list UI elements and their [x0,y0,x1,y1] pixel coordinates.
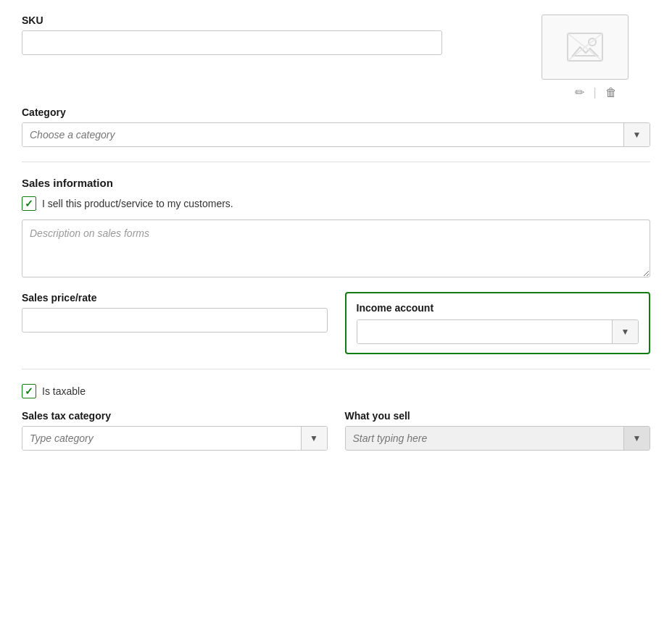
sku-input[interactable] [22,30,442,55]
sell-checkbox-row: ✓ I sell this product/service to my cust… [22,196,650,211]
description-textarea[interactable] [22,219,650,277]
sales-tax-category-select-wrapper: ▼ [22,426,328,451]
taxable-label: Is taxable [42,385,86,397]
price-income-row: Sales price/rate Income account Services… [22,292,650,354]
chevron-down-icon: ▼ [633,130,642,140]
income-account-select-wrapper: Services ▼ [357,319,639,344]
taxable-section: ✓ Is taxable Sales tax category ▼ What y… [22,384,650,451]
income-account-wrapper: Income account Services ▼ [345,292,651,354]
tax-category-row: Sales tax category ▼ What you sell ▼ [22,410,650,451]
checkmark-icon: ✓ [25,198,33,209]
sales-information-section: Sales information ✓ I sell this product/… [22,177,650,280]
taxable-checkbox-row: ✓ Is taxable [22,384,650,398]
edit-icon: ✏ [575,86,584,99]
what-you-sell-label: What you sell [345,410,651,422]
income-account-input[interactable]: Services [357,320,613,343]
category-dropdown-button[interactable]: ▼ [623,123,650,146]
trash-icon: 🗑 [605,86,617,99]
category-label: Category [22,106,650,118]
product-image-placeholder [542,14,629,80]
sales-tax-category-input[interactable] [22,427,301,450]
chevron-down-icon-tax: ▼ [310,433,318,443]
sales-info-title: Sales information [22,177,650,189]
sales-tax-category-dropdown-button[interactable]: ▼ [301,427,327,450]
delete-image-button[interactable]: 🗑 [602,85,620,101]
taxable-checkmark-icon: ✓ [25,386,33,396]
taxable-checkbox[interactable]: ✓ [22,384,36,398]
category-section: Category ▼ [22,106,650,147]
sales-price-input[interactable] [22,308,328,333]
sales-price-section: Sales price/rate [22,292,328,333]
category-select-wrapper: ▼ [22,122,650,147]
income-account-dropdown-button[interactable]: ▼ [612,320,638,343]
what-you-sell-select-wrapper: ▼ [345,426,651,451]
image-actions: ✏ | 🗑 [572,84,619,101]
sku-section: SKU [22,14,524,89]
category-input[interactable] [22,123,623,146]
sales-price-label: Sales price/rate [22,292,328,304]
sell-checkbox[interactable]: ✓ [22,196,36,211]
section-divider [22,162,650,162]
chevron-down-icon-sell: ▼ [633,433,642,443]
sku-label: SKU [22,14,524,26]
image-section: ✏ | 🗑 [542,14,650,101]
what-you-sell-dropdown-button[interactable]: ▼ [623,427,650,450]
icon-divider: | [593,86,596,99]
section-divider-2 [22,369,650,369]
chevron-down-icon-income: ▼ [621,327,630,337]
sales-tax-category-section: Sales tax category ▼ [22,410,328,451]
what-you-sell-input[interactable] [346,427,624,450]
what-you-sell-section: What you sell ▼ [345,410,651,451]
edit-image-button[interactable]: ✏ [572,84,587,101]
income-account-label: Income account [357,302,639,314]
sales-tax-category-label: Sales tax category [22,410,328,422]
income-account-section: Income account Services ▼ [345,292,651,354]
sell-checkbox-label: I sell this product/service to my custom… [42,198,233,209]
